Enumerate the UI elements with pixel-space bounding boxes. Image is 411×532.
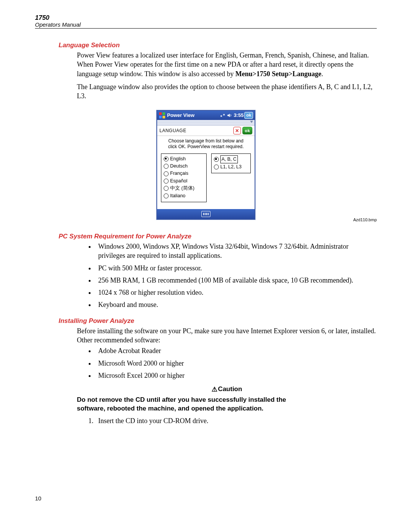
toolbar-grip[interactable] [157, 120, 255, 126]
instruction-line2: click OK. PowerView restart required. [168, 144, 244, 149]
list-item: 1024 x 768 or higher resolution video. [95, 288, 377, 297]
figure-language-window: Power View 3:55 ok LANGUAGE ok [35, 110, 377, 220]
connectivity-icon[interactable] [219, 112, 226, 119]
recommended-software-list: Adobe Acrobat Reader Microsoft Word 2000… [95, 346, 377, 380]
pda-window: Power View 3:55 ok LANGUAGE ok [156, 110, 255, 220]
list-item: Adobe Acrobat Reader [95, 346, 377, 355]
list-item: Insert the CD into your CD-ROM drive. [95, 417, 377, 425]
radio-italiano[interactable]: Italiano [164, 192, 204, 200]
titlebar-ok-button[interactable]: ok [244, 112, 253, 119]
language-selection-menu-path: Menu>1750 Setup>Language [235, 70, 321, 78]
keyboard-icon[interactable] [201, 211, 210, 217]
radio-espanol[interactable]: Español [164, 177, 204, 185]
instruction-text: Choose language from list below and clic… [157, 136, 255, 153]
svg-rect-1 [162, 112, 165, 115]
warning-icon: ⚠ [212, 385, 217, 393]
pda-titlebar: Power View 3:55 ok [157, 111, 255, 120]
radio-label: Español [170, 177, 187, 185]
header-model: 1750 [35, 14, 377, 22]
caution-heading: ⚠Caution [77, 385, 377, 393]
language-selection-para2: The Language window also provides the op… [77, 82, 377, 101]
radio-label: Deutsch [170, 163, 188, 170]
close-button[interactable] [233, 127, 241, 134]
language-selection-para1-b: . [321, 70, 323, 78]
list-item: Microsoft Excel 2000 or higher [95, 371, 377, 380]
pda-clock[interactable]: 3:55 [234, 112, 244, 118]
ok-button[interactable]: ok [242, 127, 252, 134]
instruction-line1: Choose language from list below and [168, 138, 243, 144]
list-item: Microsoft Word 2000 or higher [95, 359, 377, 368]
page-header: 1750 Operators Manual [35, 14, 377, 29]
caution-label: Caution [218, 385, 242, 393]
pda-app-title: Power View [167, 112, 194, 118]
radio-label: Français [170, 170, 188, 177]
language-list: English Deutsch Français Español 中文 (简体)… [161, 153, 207, 202]
caution-body: Do not remove the CD until after you hav… [77, 396, 312, 413]
radio-label: Italiano [170, 192, 185, 200]
radio-phase-l123[interactable]: L1, L2, L3 [214, 163, 248, 171]
list-item: 256 MB RAM, 1 GB recommended (100 MB of … [95, 276, 377, 285]
svg-rect-0 [159, 112, 162, 115]
heading-installing: Installing Power Analyze [59, 317, 377, 325]
radio-chinese[interactable]: 中文 (简体) [164, 185, 204, 192]
figure-caption: Azd110.bmp [353, 217, 377, 222]
pc-requirements-list: Windows 2000, Windows XP, Windows Vista … [95, 242, 377, 310]
list-item: PC with 500 MHz or faster processor. [95, 264, 377, 273]
language-selection-para1: Power View features a localized user int… [77, 51, 377, 78]
radio-label: English [170, 155, 186, 163]
heading-pc-requirements: PC System Requirement for Power Analyze [59, 233, 377, 240]
pda-bottombar [157, 209, 255, 219]
svg-rect-2 [159, 116, 162, 118]
installing-intro: Before installing the software on your P… [77, 326, 377, 345]
list-item: Keyboard and mouse. [95, 300, 377, 309]
volume-icon[interactable] [226, 112, 233, 119]
panel-header: LANGUAGE ok [157, 126, 255, 136]
radio-francais[interactable]: Français [164, 170, 204, 177]
language-selection-para1-a: Power View features a localized user int… [77, 51, 369, 78]
panel-title: LANGUAGE [159, 128, 232, 133]
header-subtitle: Operators Manual [35, 22, 377, 28]
list-item: Windows 2000, Windows XP, Windows Vista … [95, 242, 377, 260]
radio-english[interactable]: English [164, 155, 204, 163]
radio-deutsch[interactable]: Deutsch [164, 163, 204, 170]
radio-label: 中文 (简体) [170, 185, 194, 192]
start-icon[interactable] [159, 112, 166, 119]
phase-id-list: A, B, C L1, L2, L3 [211, 153, 251, 174]
heading-language-selection: Language Selection [59, 42, 377, 49]
install-steps: Insert the CD into your CD-ROM drive. [84, 417, 377, 425]
radio-label: L1, L2, L3 [220, 163, 242, 171]
svg-rect-3 [162, 116, 165, 118]
radio-phase-abc[interactable]: A, B, C [214, 155, 248, 163]
radio-label: A, B, C [220, 155, 238, 163]
